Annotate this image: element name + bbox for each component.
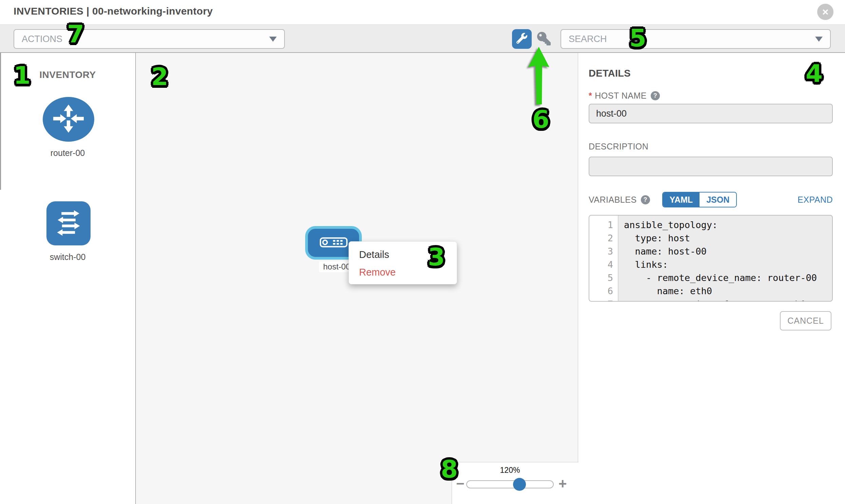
sidebar-item-router[interactable] xyxy=(43,97,94,142)
zoom-slider[interactable] xyxy=(466,480,554,488)
search-placeholder: SEARCH xyxy=(569,34,607,44)
annotation-number-7: 7 xyxy=(67,22,84,46)
line-number: 3 xyxy=(589,245,618,258)
chevron-down-icon xyxy=(269,37,277,42)
annotation-number-3: 3 xyxy=(428,245,445,269)
line-number: 6 xyxy=(589,284,618,298)
editor-code-area[interactable]: ansible_topology: type: host name: host-… xyxy=(618,216,832,301)
annotation-number-2: 2 xyxy=(151,65,168,89)
cancel-button[interactable]: CANCEL xyxy=(780,311,831,330)
line-number: 1 xyxy=(589,218,618,232)
description-label-row: DESCRIPTION xyxy=(589,142,648,151)
page-title: INVENTORIES | 00-networking-inventory xyxy=(14,5,213,17)
header-bar: INVENTORIES | 00-networking-inventory × xyxy=(0,0,845,24)
zoom-slider-thumb[interactable] xyxy=(513,478,526,491)
key-icon xyxy=(537,32,551,47)
variables-format-toggle: YAML JSON xyxy=(662,192,737,208)
line-number: 2 xyxy=(589,232,618,245)
yaml-toggle-button[interactable]: YAML xyxy=(663,193,700,207)
variables-label: VARIABLES xyxy=(589,195,637,205)
line-number: 7 xyxy=(589,298,618,302)
inventory-sidebar: INVENTORY router-00 xyxy=(0,53,136,504)
host-name-label-row: * HOST NAME ? xyxy=(589,91,660,101)
wrench-icon xyxy=(516,33,527,45)
close-icon[interactable]: × xyxy=(817,4,833,20)
switch-icon xyxy=(52,206,85,240)
code-line: - remote_device_name: router-00 xyxy=(624,271,832,284)
editor-line-numbers: 1 2 3 4 5 6 7 xyxy=(589,216,618,301)
help-question-icon[interactable]: ? xyxy=(651,91,660,100)
search-input[interactable]: SEARCH xyxy=(561,29,831,49)
expand-link[interactable]: EXPAND xyxy=(797,195,833,205)
router-label: router-00 xyxy=(0,148,135,158)
annotation-number-1: 1 xyxy=(14,63,31,87)
line-number: 5 xyxy=(589,271,618,284)
code-line: links: xyxy=(624,258,832,271)
details-panel: DETAILS * HOST NAME ? DESCRIPTION VARIAB… xyxy=(579,53,845,504)
actions-dropdown[interactable]: ACTIONS xyxy=(14,29,285,49)
zoom-control-panel: 120% − + xyxy=(452,462,579,504)
details-heading: DETAILS xyxy=(589,68,631,79)
router-icon xyxy=(51,103,86,136)
switch-label: switch-00 xyxy=(0,252,135,262)
chevron-down-icon xyxy=(815,37,823,42)
help-question-icon[interactable]: ? xyxy=(641,195,650,204)
host-name-label: HOST NAME xyxy=(595,91,647,101)
actions-dropdown-label: ACTIONS xyxy=(22,34,63,44)
credentials-key-button[interactable] xyxy=(536,32,551,47)
code-line: type: host xyxy=(624,232,832,245)
variables-row: VARIABLES ? YAML JSON EXPAND xyxy=(589,192,833,208)
annotation-number-8: 8 xyxy=(441,457,458,481)
line-number: 4 xyxy=(589,258,618,271)
required-asterisk: * xyxy=(589,91,592,101)
variables-code-editor[interactable]: 1 2 3 4 5 6 7 ansible_topology: type: ho… xyxy=(589,215,833,302)
host-device-icon xyxy=(320,237,348,249)
description-field[interactable] xyxy=(589,157,833,176)
annotation-number-4: 4 xyxy=(806,61,823,85)
sidebar-item-switch[interactable] xyxy=(47,201,90,246)
code-line: ansible_topology: xyxy=(624,218,832,232)
json-toggle-button[interactable]: JSON xyxy=(700,193,736,207)
zoom-level-value: 120% xyxy=(466,466,554,475)
description-label: DESCRIPTION xyxy=(589,142,648,151)
code-line: name: host-00 xyxy=(624,245,832,258)
annotation-number-5: 5 xyxy=(629,26,646,50)
code-line: remote_interface_name: eth0 xyxy=(624,298,832,302)
annotation-arrow-up xyxy=(528,47,550,105)
annotation-number-6: 6 xyxy=(532,107,549,131)
code-line: name: eth0 xyxy=(624,284,832,298)
zoom-in-button[interactable]: + xyxy=(559,476,567,491)
configure-wrench-button[interactable] xyxy=(512,29,532,49)
host-name-field[interactable] xyxy=(589,104,833,123)
